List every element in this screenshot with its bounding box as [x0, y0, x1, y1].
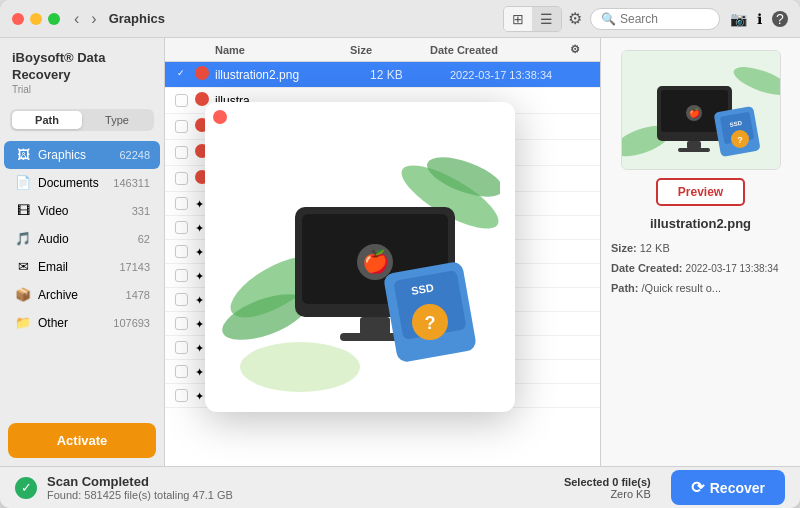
preview-meta: Size: 12 KB Date Created: 2022-03-17 13:… [611, 239, 790, 298]
archive-icon: 📦 [14, 286, 32, 304]
sidebar-item-count: 62 [138, 233, 150, 245]
row-checkbox[interactable] [175, 94, 188, 107]
row-checkbox[interactable] [175, 389, 188, 402]
recover-button[interactable]: ⟳ Recover [671, 470, 785, 505]
sidebar-item-count: 62248 [119, 149, 150, 161]
camera-icon[interactable]: 📷 [730, 11, 747, 27]
info-icon[interactable]: ℹ [757, 11, 762, 27]
sidebar-item-label: Audio [38, 232, 138, 246]
scan-title: Scan Completed [47, 474, 554, 489]
sidebar-item-label: Documents [38, 176, 113, 190]
back-button[interactable]: ‹ [70, 8, 83, 30]
selected-info: Selected 0 file(s) Zero KB [564, 476, 651, 500]
popup-illustration: 🍎 ? SSD [220, 117, 500, 397]
col-options-header: ⚙ [570, 43, 590, 56]
window-title: Graphics [109, 11, 165, 26]
close-button[interactable] [12, 13, 24, 25]
forward-button[interactable]: › [87, 8, 100, 30]
row-checkbox[interactable] [175, 221, 188, 234]
scan-text: Scan Completed Found: 581425 file(s) tot… [47, 474, 554, 501]
file-name: illustration2.png [215, 68, 370, 82]
activate-button[interactable]: Activate [8, 423, 156, 458]
row-checkbox[interactable] [175, 245, 188, 258]
file-area: Name Size Date Created ⚙ illustration2.p… [165, 38, 600, 466]
svg-point-0 [240, 342, 360, 392]
sidebar-item-audio[interactable]: 🎵 Audio 62 [4, 225, 160, 253]
tab-path[interactable]: Path [12, 111, 82, 129]
titlebar-right: 📷 ℹ ? [730, 11, 788, 27]
sidebar-item-label: Email [38, 260, 119, 274]
tab-type[interactable]: Type [82, 111, 152, 129]
sidebar-item-documents[interactable]: 📄 Documents 146311 [4, 169, 160, 197]
selected-size: Zero KB [564, 488, 651, 500]
main-content: iBoysoft® Data Recovery Trial Path Type … [0, 38, 800, 466]
sidebar-item-video[interactable]: 🎞 Video 331 [4, 197, 160, 225]
sidebar-item-email[interactable]: ✉ Email 17143 [4, 253, 160, 281]
meta-path: Path: /Quick result o... [611, 279, 790, 299]
video-icon: 🎞 [14, 202, 32, 220]
file-type-icon [195, 66, 215, 83]
minimize-button[interactable] [30, 13, 42, 25]
graphics-icon: 🖼 [14, 146, 32, 164]
documents-icon: 📄 [14, 174, 32, 192]
file-rows: illustration2.png 12 KB 2022-03-17 13:38… [165, 62, 600, 466]
file-date: 2022-03-17 13:38:34 [450, 69, 590, 81]
search-input[interactable] [620, 12, 720, 26]
sidebar-item-count: 1478 [126, 289, 150, 301]
row-checkbox[interactable] [175, 68, 188, 81]
audio-icon: 🎵 [14, 230, 32, 248]
other-icon: 📁 [14, 314, 32, 332]
grid-view-button[interactable]: ⊞ [504, 7, 532, 31]
recover-label: Recover [710, 480, 765, 496]
row-checkbox[interactable] [175, 120, 188, 133]
svg-text:🍎: 🍎 [688, 107, 700, 119]
sidebar-item-label: Video [38, 204, 132, 218]
statusbar: ✓ Scan Completed Found: 581425 file(s) t… [0, 466, 800, 508]
svg-rect-22 [678, 148, 710, 152]
sidebar-tabs: Path Type [10, 109, 154, 131]
nav-buttons: ‹ › [70, 8, 101, 30]
popup-close-button[interactable] [213, 110, 227, 124]
row-checkbox[interactable] [175, 317, 188, 330]
row-checkbox[interactable] [175, 172, 188, 185]
search-icon: 🔍 [601, 12, 616, 26]
titlebar: ‹ › Graphics ⊞ ☰ ⚙ 🔍 📷 ℹ ? [0, 0, 800, 38]
preview-filename: illustration2.png [650, 216, 751, 231]
thumbnail-svg: 🍎 ? SSD [622, 51, 781, 170]
selected-count: Selected 0 file(s) [564, 476, 651, 488]
svg-text:?: ? [425, 313, 436, 333]
traffic-lights [12, 13, 60, 25]
row-checkbox[interactable] [175, 197, 188, 210]
list-view-button[interactable]: ☰ [532, 7, 561, 31]
preview-button[interactable]: Preview [656, 178, 745, 206]
col-name-header: Name [215, 44, 350, 56]
sidebar-items: 🖼 Graphics 62248 📄 Documents 146311 🎞 Vi… [0, 139, 164, 415]
preview-popup: 🍎 ? SSD [205, 102, 515, 412]
sidebar-item-count: 146311 [113, 177, 150, 189]
sidebar-item-count: 107693 [113, 317, 150, 329]
row-checkbox[interactable] [175, 269, 188, 282]
row-checkbox[interactable] [175, 365, 188, 378]
row-checkbox[interactable] [175, 146, 188, 159]
meta-size: Size: 12 KB [611, 239, 790, 259]
preview-thumbnail: 🍎 ? SSD [621, 50, 781, 170]
sidebar-item-label: Other [38, 316, 113, 330]
filter-button[interactable]: ⚙ [568, 9, 582, 28]
preview-panel: 🍎 ? SSD Preview illustration2.png Size: … [600, 38, 800, 466]
sidebar-item-count: 17143 [119, 261, 150, 273]
scan-subtitle: Found: 581425 file(s) totaling 47.1 GB [47, 489, 554, 501]
sidebar-item-count: 331 [132, 205, 150, 217]
sidebar-item-graphics[interactable]: 🖼 Graphics 62248 [4, 141, 160, 169]
sidebar-item-other[interactable]: 📁 Other 107693 [4, 309, 160, 337]
sidebar-item-archive[interactable]: 📦 Archive 1478 [4, 281, 160, 309]
sidebar: iBoysoft® Data Recovery Trial Path Type … [0, 38, 165, 466]
recover-icon: ⟳ [691, 478, 704, 497]
maximize-button[interactable] [48, 13, 60, 25]
sidebar-item-label: Archive [38, 288, 126, 302]
table-row[interactable]: illustration2.png 12 KB 2022-03-17 13:38… [165, 62, 600, 88]
row-checkbox[interactable] [175, 341, 188, 354]
file-list-header: Name Size Date Created ⚙ [165, 38, 600, 62]
help-icon[interactable]: ? [772, 11, 788, 27]
search-box: 🔍 [590, 8, 720, 30]
row-checkbox[interactable] [175, 293, 188, 306]
